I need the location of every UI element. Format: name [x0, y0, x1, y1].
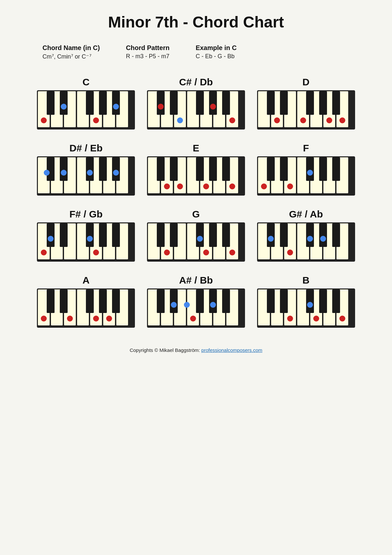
- chord-A: A: [36, 275, 136, 328]
- svg-rect-179: [196, 289, 204, 313]
- svg-point-166: [67, 316, 73, 321]
- svg-point-167: [93, 316, 99, 321]
- chord-name-C: C: [82, 77, 90, 88]
- svg-rect-163: [99, 289, 107, 313]
- svg-rect-96: [319, 157, 327, 181]
- svg-point-184: [210, 302, 216, 308]
- svg-rect-97: [332, 157, 340, 181]
- chord-Gsharp: G# / Ab: [256, 209, 356, 262]
- svg-rect-196: [306, 289, 314, 313]
- svg-rect-198: [332, 289, 340, 313]
- chord-Asharp: A# / Bb: [146, 275, 246, 328]
- svg-point-151: [287, 250, 293, 255]
- piano-Gsharp: [257, 222, 355, 262]
- chord-name-B: B: [302, 275, 310, 286]
- svg-rect-11: [99, 91, 107, 115]
- chord-name-Asharp: A# / Bb: [179, 275, 213, 286]
- svg-point-131: [164, 250, 170, 255]
- svg-rect-46: [332, 91, 340, 115]
- footer-link[interactable]: professionalcomposers.com: [201, 347, 262, 353]
- svg-rect-178: [170, 289, 178, 313]
- chord-name-A: A: [82, 275, 90, 286]
- svg-rect-162: [86, 289, 94, 313]
- example-label: Example in C: [196, 44, 237, 52]
- piano-Dsharp: [37, 156, 135, 196]
- svg-rect-9: [60, 91, 68, 115]
- svg-point-64: [61, 170, 67, 176]
- svg-point-48: [300, 117, 306, 123]
- piano-C: [37, 90, 135, 130]
- svg-rect-128: [196, 223, 204, 247]
- svg-rect-12: [112, 91, 120, 115]
- piano-Asharp: [147, 288, 245, 328]
- svg-rect-180: [209, 289, 217, 313]
- svg-rect-63: [112, 157, 120, 181]
- svg-point-132: [197, 236, 203, 242]
- svg-point-66: [113, 170, 119, 176]
- svg-point-134: [229, 250, 235, 255]
- main-title: Minor 7th - Chord Chart: [36, 13, 356, 31]
- svg-point-65: [87, 170, 93, 176]
- svg-point-84: [164, 183, 170, 189]
- svg-rect-197: [319, 289, 327, 313]
- chord-F: F: [256, 143, 356, 196]
- chord-pattern-value: R - m3 - P5 - m7: [126, 53, 170, 60]
- chord-name-value: Cm⁷, Cmin⁷ or C⁻⁷: [42, 53, 100, 60]
- svg-rect-8: [47, 91, 55, 115]
- svg-point-149: [307, 236, 313, 242]
- chord-E: E: [146, 143, 246, 196]
- svg-rect-143: [267, 223, 275, 247]
- svg-rect-29: [222, 91, 230, 115]
- svg-point-100: [287, 183, 293, 189]
- svg-rect-161: [60, 289, 68, 313]
- chord-name-E: E: [193, 143, 199, 154]
- chord-C: C: [36, 77, 136, 130]
- svg-point-199: [287, 316, 293, 321]
- svg-rect-177: [157, 289, 165, 313]
- svg-rect-10: [86, 91, 94, 115]
- svg-rect-45: [319, 91, 327, 115]
- svg-point-30: [158, 104, 164, 110]
- svg-rect-61: [86, 157, 94, 181]
- svg-point-47: [274, 117, 280, 123]
- svg-rect-129: [209, 223, 217, 247]
- chord-name-D: D: [302, 77, 310, 88]
- chord-Csharp: C# / Db: [146, 77, 246, 130]
- svg-rect-28: [209, 91, 217, 115]
- svg-rect-60: [60, 157, 68, 181]
- svg-rect-147: [332, 223, 340, 247]
- svg-rect-59: [47, 157, 55, 181]
- svg-rect-79: [209, 157, 217, 181]
- piano-A: [37, 288, 135, 328]
- svg-rect-43: [280, 91, 288, 115]
- chord-B: B: [256, 275, 356, 328]
- svg-rect-127: [170, 223, 178, 247]
- footer-text: Copyrights © Mikael Baggström:: [130, 347, 201, 353]
- piano-E: [147, 156, 245, 196]
- svg-rect-42: [267, 91, 275, 115]
- svg-point-82: [203, 183, 209, 189]
- piano-G: [147, 222, 245, 262]
- chord-name-Fsharp: F# / Gb: [69, 209, 103, 220]
- chord-Dsharp: D# / Eb: [36, 143, 136, 196]
- info-chord-pattern: Chord Pattern R - m3 - P5 - m7: [126, 44, 170, 60]
- svg-rect-95: [306, 157, 314, 181]
- svg-rect-93: [267, 157, 275, 181]
- svg-point-49: [326, 117, 332, 123]
- chord-Fsharp: F# / Gb: [36, 209, 136, 262]
- chords-grid: C: [36, 77, 356, 328]
- svg-rect-194: [267, 289, 275, 313]
- svg-point-33: [229, 117, 235, 123]
- svg-point-201: [313, 316, 319, 321]
- chord-name-label: Chord Name (in C): [42, 44, 100, 52]
- svg-rect-195: [280, 289, 288, 313]
- piano-Fsharp: [37, 222, 135, 262]
- chord-pattern-label: Chord Pattern: [126, 44, 170, 52]
- svg-point-16: [113, 104, 119, 110]
- chord-D: D: [256, 77, 356, 130]
- piano-F: [257, 156, 355, 196]
- svg-rect-94: [280, 157, 288, 181]
- svg-rect-181: [222, 289, 230, 313]
- svg-point-183: [184, 302, 190, 308]
- svg-point-200: [307, 302, 313, 308]
